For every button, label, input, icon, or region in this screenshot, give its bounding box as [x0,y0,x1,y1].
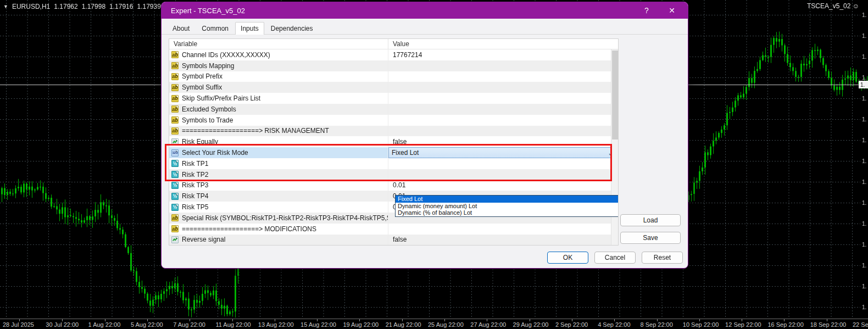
param-value-cell[interactable] [388,115,618,126]
dropdown-option[interactable]: Fixed Lot [396,196,619,203]
time-axis-label: 10 Sep 22:00 [683,321,719,328]
axis-tick [19,319,20,321]
price-low: 1.17916 [109,3,133,10]
axis-tick [402,319,403,321]
param-name-cell: ab====================> RISK MANAGEMENT [169,126,388,137]
param-name-cell: abSkip Suffix/Prefix Pairs List [169,93,388,104]
param-row[interactable]: abSymbol Suffix [169,82,618,93]
param-name: Symbols Mapping [182,62,234,70]
param-name: Special Risk (SYMBOL:RiskTP1-RiskTP2-Ris… [182,214,388,222]
param-value-cell[interactable]: false [388,235,618,246]
param-name: Risk TP4 [182,192,208,200]
time-axis-label: 1 Aug 22:00 [88,321,121,328]
load-button[interactable]: Load [620,214,681,226]
time-axis-label: 29 Aug 22:00 [513,321,549,328]
symbol-dropdown-icon[interactable]: ▼ [3,4,8,9]
param-name-cell: Risk Equally [169,136,388,147]
param-name-cell: abExcluded Symbols [169,104,388,115]
param-row[interactable]: ab====================> RISK MANAGEMENT [169,126,618,137]
param-value-cell[interactable] [388,104,618,115]
param-name-cell: abChannel IDs (XXXXX,XXXXX) [169,49,388,60]
param-row[interactable]: abSymbol Prefix [169,71,618,82]
param-value-cell[interactable] [388,60,618,71]
param-row[interactable]: Reverse signalfalse [169,235,618,246]
axis-tick [275,319,275,321]
param-row[interactable]: ab====================> MODIFICATIONS [169,224,618,235]
time-axis-label: 27 Aug 22:00 [470,321,506,328]
param-value-cell[interactable]: 0.01 [388,180,618,191]
param-value-cell[interactable] [388,93,618,104]
tab-inputs[interactable]: Inputs [235,22,264,35]
param-row[interactable]: ½Risk TP30.01 [169,180,618,191]
time-axis-label: 4 Sep 22:00 [598,321,630,328]
save-button[interactable]: Save [620,232,681,244]
ok-button[interactable]: OK [547,252,588,264]
axis-tick [827,319,827,321]
dialog-tabbar: AboutCommonInputsDependencies [162,19,688,35]
param-name: Risk TP3 [182,181,208,189]
cancel-button[interactable]: Cancel [594,252,636,264]
param-value-cell[interactable] [388,158,618,169]
dialog-titlebar[interactable]: Expert - TSCEA_v5_02 ? ✕ [162,2,688,19]
param-value-cell[interactable] [388,224,618,235]
param-row[interactable]: abChannel IDs (XXXXX,XXXXX)17767214 [169,49,618,60]
param-value-cell[interactable] [388,82,618,93]
time-axis-label: 16 Sep 22:00 [767,321,803,328]
param-name: Reverse signal [182,236,225,243]
dropdown-option[interactable]: Dynamic (money amount) Lot [396,203,619,210]
time-axis-label: 15 Aug 22:00 [301,321,336,328]
axis-tick [190,319,190,321]
param-name-cell: ½Risk TP2 [169,169,388,180]
param-value-cell[interactable] [388,169,618,180]
time-axis-label: 28 Jul 2025 [3,321,34,328]
param-name-cell: 123Select Your Risk Mode [169,147,388,158]
table-header: Variable Value [169,39,618,49]
param-value: false [393,138,407,146]
time-axis-label: 18 Sep 22:00 [810,321,846,328]
time-axis-label: 5 Aug 22:00 [131,321,163,328]
string-param-icon: ab [171,127,179,135]
tab-dependencies[interactable]: Dependencies [265,23,319,34]
dialog-title: Expert - TSCEA_v5_02 [171,7,245,15]
param-row[interactable]: abSymbols to Trade [169,115,618,126]
param-value-cell[interactable] [388,71,618,82]
axis-tick [317,319,318,321]
param-name-cell: abSymbols Mapping [169,60,388,71]
param-value-cell[interactable]: Fixed Lot [388,147,618,158]
reset-button[interactable]: Reset [642,252,683,264]
scrollbar-thumb[interactable] [612,51,618,140]
dropdown-option[interactable]: Dynamic (% of balance) Lot [396,209,619,216]
time-axis-label: 7 Aug 22:00 [173,321,205,328]
time-axis-label: 30 Jul 22:00 [46,321,79,328]
param-row[interactable]: abExcluded Symbols [169,104,618,115]
risk-mode-combobox[interactable]: Fixed Lot [388,147,618,158]
param-row[interactable]: 123Select Your Risk ModeFixed Lot [169,147,618,158]
column-header-value: Value [388,39,618,49]
string-param-icon: ab [171,225,179,232]
price-close: 1.17939 [137,3,160,10]
axis-tick [614,319,615,321]
param-value-cell[interactable]: 17767214 [388,49,618,60]
param-name: Symbol Prefix [182,73,222,80]
time-axis-label: 25 Aug 22:00 [428,321,464,328]
param-row[interactable]: abSymbols Mapping [169,60,618,71]
param-value-cell[interactable] [388,126,618,137]
param-row[interactable]: ½Risk TP2 [169,169,618,180]
param-row[interactable]: ½Risk TP1 [169,158,618,169]
help-button[interactable]: ? [634,2,659,19]
axis-tick [572,319,572,321]
param-row[interactable]: Risk Equallyfalse [169,136,618,147]
tab-common[interactable]: Common [196,23,234,34]
param-value-cell[interactable]: false [388,136,618,147]
param-name: Skip Suffix/Prefix Pairs List [182,94,260,102]
param-name-cell: abSymbol Prefix [169,71,388,82]
tab-about[interactable]: About [167,23,195,34]
param-name-cell: abSpecial Risk (SYMBOL:RiskTP1-RiskTP2-R… [169,213,388,224]
close-icon[interactable]: ✕ [659,2,685,19]
time-axis[interactable]: 28 Jul 202530 Jul 22:001 Aug 22:005 Aug … [0,319,868,329]
param-row[interactable]: abSkip Suffix/Prefix Pairs List [169,93,618,104]
string-param-icon: ab [171,51,179,58]
price-high: 1.17998 [82,3,105,10]
double-param-icon: ½ [171,204,179,211]
string-param-icon: ab [171,62,179,69]
